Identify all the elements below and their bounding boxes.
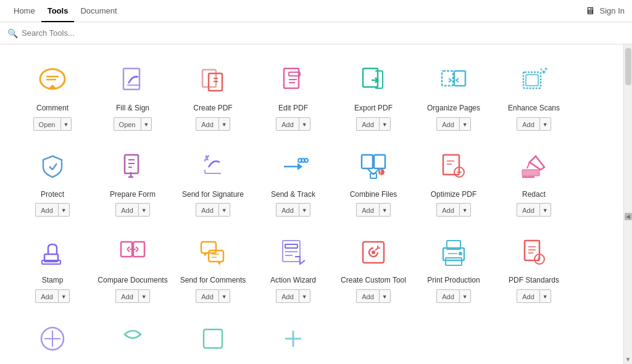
svg-text:✦: ✦ <box>539 67 543 72</box>
svg-text:i: i <box>538 256 539 263</box>
stamp-add-btn[interactable]: Add <box>35 289 58 303</box>
svg-line-52 <box>527 162 530 168</box>
print-production-add-arrow[interactable]: ▼ <box>459 289 471 303</box>
compare-docs-add-btn[interactable]: Add <box>115 289 138 303</box>
create-custom-add-btn[interactable]: Add <box>356 289 379 303</box>
print-production-btn-group: Add ▼ <box>436 289 471 303</box>
search-bar: 🔍 <box>0 22 632 44</box>
tool-edit-pdf: Edit PDF Add ▼ <box>253 54 333 136</box>
stamp-add-arrow[interactable]: ▼ <box>58 289 70 303</box>
svg-rect-38 <box>362 155 373 168</box>
nav-document[interactable]: Document <box>74 0 123 22</box>
svg-rect-39 <box>374 155 385 168</box>
send-track-icon <box>275 148 312 185</box>
search-input[interactable] <box>22 28 625 38</box>
scrollbar-down-arrow[interactable]: ▼ <box>624 355 632 364</box>
compare-docs-add-arrow[interactable]: ▼ <box>138 289 150 303</box>
action-wizard-add-btn[interactable]: Add <box>276 289 299 303</box>
comment-btn-group: Open ▼ <box>33 117 72 131</box>
create-pdf-add-btn[interactable]: Add <box>196 117 218 131</box>
send-track-add-btn[interactable]: Add <box>276 203 299 217</box>
export-pdf-add-btn[interactable]: Add <box>356 117 379 131</box>
redact-icon <box>515 148 552 185</box>
protect-add-btn[interactable]: Add <box>35 203 58 217</box>
fill-sign-open-btn[interactable]: Open <box>114 117 141 131</box>
action-wizard-label: Action Wizard <box>270 276 316 286</box>
send-comments-add-arrow[interactable]: ▼ <box>218 289 230 303</box>
svg-rect-15 <box>442 71 453 86</box>
send-comments-add-btn[interactable]: Add <box>196 289 218 303</box>
tool-prepare-form: Prepare Form Add ▼ <box>93 141 173 222</box>
scrollbar-expand[interactable]: ◀ <box>625 213 632 220</box>
prepare-form-add-arrow[interactable]: ▼ <box>138 203 150 217</box>
organize-pages-add-arrow[interactable]: ▼ <box>459 117 471 131</box>
send-signature-add-arrow[interactable]: ▼ <box>218 203 230 217</box>
tool-send-signature: ✗ Send for Signature Add ▼ <box>173 141 253 222</box>
create-pdf-add-arrow[interactable]: ▼ <box>218 117 230 131</box>
svg-rect-66 <box>285 244 297 248</box>
organize-pages-btn-group: Add ▼ <box>436 117 471 131</box>
pdf-standards-label: PDF Standards <box>509 276 559 286</box>
print-production-icon <box>435 234 472 271</box>
tool-partial-1 <box>12 313 93 364</box>
edit-pdf-add-arrow[interactable]: ▼ <box>299 117 310 131</box>
action-wizard-add-arrow[interactable]: ▼ <box>299 289 310 303</box>
partial-2-icon <box>114 320 151 357</box>
svg-marker-62 <box>217 262 221 265</box>
combine-files-add-arrow[interactable]: ▼ <box>379 203 391 217</box>
create-custom-add-arrow[interactable]: ▼ <box>379 289 391 303</box>
scrollbar: ▲ ◀ ▼ <box>623 44 632 364</box>
sign-in-button[interactable]: Sign In <box>600 6 625 15</box>
svg-rect-88 <box>204 329 222 348</box>
tools-row-4-partial <box>12 313 611 364</box>
edit-pdf-add-btn[interactable]: Add <box>276 117 299 131</box>
tool-stamp: Stamp Add ▼ <box>12 226 93 308</box>
send-signature-btn-group: Add ▼ <box>196 203 230 217</box>
combine-files-add-btn[interactable]: Add <box>356 203 379 217</box>
comment-open-arrow[interactable]: ▼ <box>60 117 72 131</box>
nav-home[interactable]: Home <box>7 0 41 22</box>
enhance-scans-add-arrow[interactable]: ▼ <box>539 117 551 131</box>
optimize-pdf-add-arrow[interactable]: ▼ <box>459 203 471 217</box>
optimize-pdf-label: Optimize PDF <box>431 190 477 200</box>
partial-1-icon <box>34 320 71 357</box>
redact-btn-group: Add ▼ <box>517 203 551 217</box>
send-comments-btn-group: Add ▼ <box>196 289 230 303</box>
svg-marker-34 <box>297 163 302 170</box>
print-production-add-btn[interactable]: Add <box>436 289 459 303</box>
svg-rect-16 <box>454 71 465 86</box>
redact-add-arrow[interactable]: ▼ <box>539 203 551 217</box>
nav-right: 🖥 Sign In <box>585 6 625 17</box>
tool-compare-docs: Compare Documents Add ▼ <box>93 226 173 308</box>
send-track-add-arrow[interactable]: ▼ <box>299 203 310 217</box>
scrollbar-thumb[interactable] <box>625 48 631 85</box>
prepare-form-add-btn[interactable]: Add <box>115 203 138 217</box>
comment-open-btn[interactable]: Open <box>33 117 60 131</box>
tool-create-custom: Create Custom Tool Add ▼ <box>333 226 414 308</box>
create-pdf-btn-group: Add ▼ <box>196 117 230 131</box>
send-comments-icon <box>194 234 231 271</box>
enhance-scans-add-btn[interactable]: Add <box>517 117 539 131</box>
pdf-standards-add-btn[interactable]: Add <box>517 289 539 303</box>
tool-protect: Protect Add ▼ <box>12 141 93 222</box>
create-pdf-icon <box>194 62 231 99</box>
organize-pages-label: Organize Pages <box>427 104 480 114</box>
protect-add-arrow[interactable]: ▼ <box>58 203 70 217</box>
stamp-btn-group: Add ▼ <box>35 289 70 303</box>
send-signature-add-btn[interactable]: Add <box>196 203 218 217</box>
pdf-standards-btn-group: Add ▼ <box>517 289 551 303</box>
export-pdf-add-arrow[interactable]: ▼ <box>379 117 391 131</box>
stamp-label: Stamp <box>42 276 64 286</box>
send-track-btn-group: Add ▼ <box>276 203 310 217</box>
tool-combine-files: ! Combine Files Add ▼ <box>333 141 414 222</box>
optimize-pdf-add-btn[interactable]: Add <box>436 203 459 217</box>
send-signature-label: Send for Signature <box>182 190 244 200</box>
print-production-label: Print Production <box>427 276 480 286</box>
redact-add-btn[interactable]: Add <box>517 203 539 217</box>
pdf-standards-add-arrow[interactable]: ▼ <box>539 289 551 303</box>
fill-sign-open-arrow[interactable]: ▼ <box>141 117 152 131</box>
nav-tools[interactable]: Tools <box>41 0 75 22</box>
prepare-form-icon <box>114 148 151 185</box>
organize-pages-add-btn[interactable]: Add <box>436 117 459 131</box>
svg-marker-60 <box>204 253 207 257</box>
